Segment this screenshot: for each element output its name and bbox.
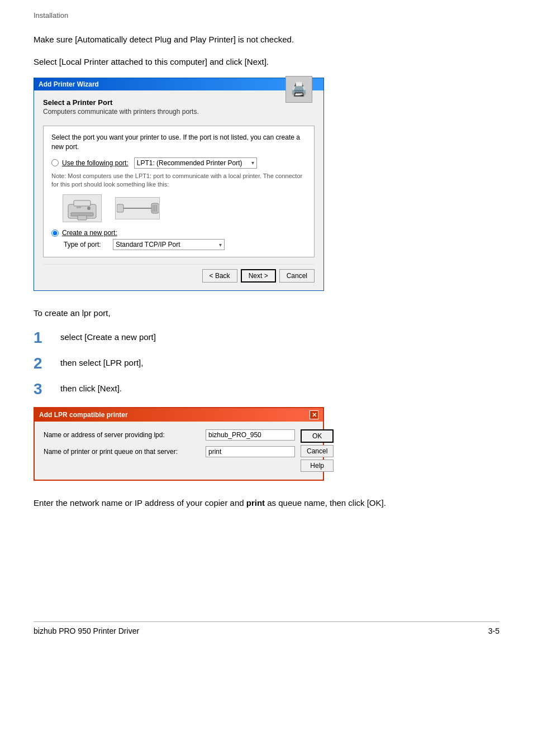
lpr-button-group: OK Cancel Help — [301, 429, 334, 472]
steps-section: 1 select [Create a new port] 2 then sele… — [34, 330, 499, 397]
step-2-text: then select [LPR port], — [60, 356, 143, 367]
page-header: Installation — [34, 11, 499, 20]
dialog-section-sub: Computers communicate with printers thro… — [43, 108, 199, 116]
lpr-field1-input[interactable] — [206, 429, 295, 441]
lpr-ok-button[interactable]: OK — [301, 429, 334, 443]
lpr-close-button[interactable]: ✕ — [310, 410, 318, 419]
create-port-radio[interactable] — [51, 229, 59, 237]
step-2-number: 2 — [34, 356, 50, 371]
printer-image — [63, 194, 102, 222]
lpr-help-button[interactable]: Help — [301, 460, 334, 472]
step-3-text: then click [Next]. — [60, 381, 122, 393]
lpr-field1-label: Name or address of server providing lpd: — [44, 431, 200, 439]
intro-line1: Make sure [Automatically detect Plug and… — [34, 33, 499, 46]
inner-para: Select the port you want your printer to… — [51, 133, 306, 152]
port-dropdown-chevron: ▾ — [251, 160, 254, 166]
type-port-label: Type of port: — [64, 241, 108, 248]
lpr-dialog: Add LPR compatible printer ✕ Name or add… — [34, 407, 324, 481]
create-port-label[interactable]: Create a new port: — [62, 229, 117, 237]
step-1: 1 select [Create a new port] — [34, 330, 499, 346]
page-footer: bizhub PRO 950 Printer Driver 3-5 — [34, 621, 499, 635]
intro-line2: Select [Local Printer attached to this c… — [34, 55, 499, 69]
steps-intro: To create an lpr port, — [34, 307, 499, 320]
printer-icon: 🖨️ — [285, 76, 312, 103]
type-port-dropdown[interactable]: Standard TCP/IP Port ▾ — [113, 239, 225, 250]
svg-rect-4 — [77, 206, 81, 208]
lpr-cancel-button[interactable]: Cancel — [301, 445, 334, 457]
svg-rect-1 — [74, 200, 91, 206]
step-3: 3 then click [Next]. — [34, 381, 499, 397]
cancel-button[interactable]: Cancel — [279, 269, 315, 283]
type-dropdown-chevron: ▾ — [219, 242, 222, 248]
step-2: 2 then select [LPR port], — [34, 356, 499, 371]
step-1-text: select [Create a new port] — [60, 330, 156, 342]
use-port-label[interactable]: Use the following port: — [62, 159, 129, 167]
lpr-titlebar: Add LPR compatible printer ✕ — [35, 408, 323, 422]
svg-point-3 — [87, 207, 91, 210]
cable-image — [115, 197, 160, 219]
back-button[interactable]: < Back — [202, 269, 237, 283]
step-1-number: 1 — [34, 330, 50, 346]
step-3-number: 3 — [34, 381, 50, 397]
port-dropdown[interactable]: LPT1: (Recommended Printer Port) ▾ — [134, 157, 257, 169]
lpr-field2-label: Name of printer or print queue on that s… — [44, 448, 200, 456]
bottom-text: Enter the network name or IP address of … — [34, 496, 499, 510]
printer-wizard-dialog: Add Printer Wizard Select a Printer Port… — [34, 78, 324, 291]
footer-right: 3-5 — [488, 626, 499, 635]
next-button[interactable]: Next > — [241, 269, 276, 283]
footer-left: bizhub PRO 950 Printer Driver — [34, 626, 139, 635]
lpt1-note: Note: Most computers use the LPT1: port … — [51, 172, 306, 189]
svg-rect-7 — [117, 204, 123, 212]
lpr-field2-input[interactable] — [206, 446, 295, 457]
use-port-radio[interactable] — [51, 159, 59, 166]
svg-rect-5 — [78, 216, 87, 220]
printer-wizard-titlebar: Add Printer Wizard — [34, 78, 323, 90]
dialog-section-title: Select a Printer Port — [43, 98, 199, 107]
